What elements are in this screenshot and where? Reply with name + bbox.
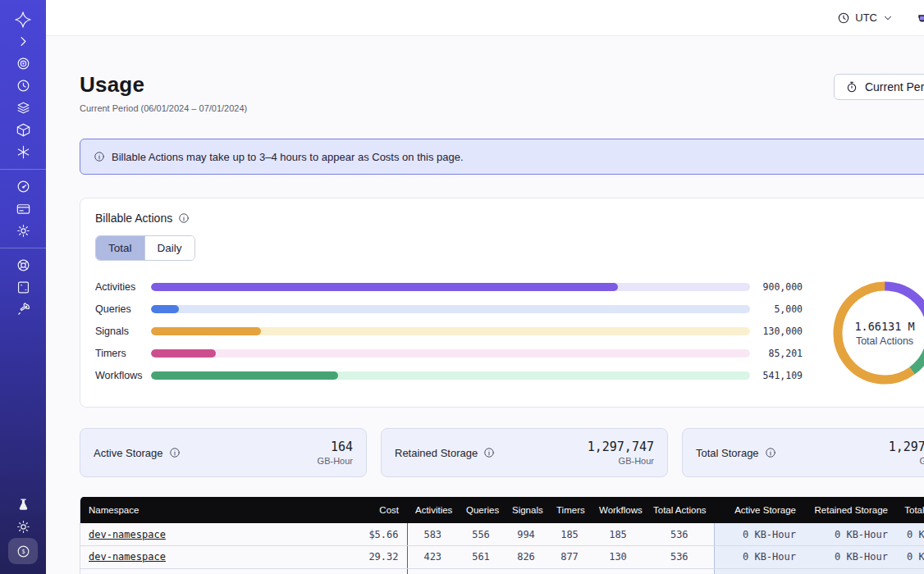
storage-card-value: 1,297,747 — [588, 440, 654, 454]
deployments-icon[interactable] — [9, 119, 37, 141]
info-banner-text: Billable Actions may take up to 3–4 hour… — [112, 151, 464, 163]
theme-sun-icon[interactable] — [9, 516, 37, 538]
settings-gear-icon[interactable] — [9, 220, 37, 242]
storage-card-label: Active Storage — [94, 447, 181, 459]
col-queries: Queries — [458, 497, 504, 523]
bar-fill — [151, 371, 338, 380]
bar-label: Workflows — [95, 370, 151, 381]
col-namespace: Namespace — [80, 497, 325, 523]
info-icon[interactable] — [483, 447, 495, 458]
total-actions-label: Total Actions — [856, 335, 913, 347]
schedules-icon[interactable] — [9, 75, 37, 97]
bar-fill — [151, 327, 261, 335]
cell-workflows: 130 — [591, 546, 645, 569]
bar-track — [151, 349, 750, 358]
temporal-logo-icon[interactable] — [9, 8, 37, 30]
credits-coin-icon[interactable]: $ — [8, 538, 38, 564]
cell-activities: 423 — [407, 546, 458, 569]
main-column: UTC Usage Current Period (06/01/2024 – 0… — [46, 0, 924, 574]
cell-active-storage: 0 KB-Hour — [714, 546, 804, 569]
col-cost: Cost — [325, 497, 407, 523]
table-row: dev-namespace $3.35 492 536 883 816 600 … — [80, 568, 924, 574]
cell-cost: 29.32 — [325, 546, 407, 569]
col-retained-storage: Retained Storage — [804, 497, 896, 523]
bar-label: Signals — [95, 326, 151, 337]
timezone-selector[interactable]: UTC — [830, 7, 900, 29]
cell-workflows: 185 — [591, 523, 645, 546]
cell-signals: 994 — [504, 523, 548, 546]
timezone-label: UTC — [855, 11, 877, 24]
storage-card-label-text: Total Storage — [696, 447, 759, 459]
cell-activities: 492 — [407, 568, 458, 574]
cell-total-storage: 0 KB-Hour — [896, 568, 924, 574]
tab-total[interactable]: Total — [96, 236, 144, 260]
cell-total-storage: 0 KB-Hour — [896, 546, 924, 569]
cell-activities: 583 — [407, 523, 458, 546]
getting-started-rocket-icon[interactable] — [9, 298, 37, 321]
bar-value: 541,109 — [750, 370, 803, 381]
bar-fill — [151, 349, 216, 358]
title-block: Usage Current Period (06/01/2024 – 07/01… — [80, 72, 247, 113]
table-row: dev-namespace $5.66 583 556 994 185 185 … — [80, 523, 924, 546]
cell-signals: 826 — [504, 546, 548, 569]
col-workflows: Workflows — [591, 497, 645, 523]
storage-card-value-block: 1,297,747 GB-Hour — [588, 440, 654, 466]
page-subtitle: Current Period (06/01/2024 – 07/01/2024) — [80, 103, 247, 113]
period-selector-button[interactable]: Current Period — [834, 74, 924, 100]
cell-cost: $3.35 — [325, 568, 407, 574]
topbar: UTC — [46, 0, 924, 36]
storage-card-unit: GB-Hour — [588, 456, 654, 466]
bar-fill — [151, 283, 618, 291]
nexus-icon[interactable] — [9, 141, 37, 163]
bar-row-activities: Activities 900,000 — [95, 276, 803, 298]
tab-daily[interactable]: Daily — [144, 236, 194, 260]
billing-icon[interactable] — [9, 198, 37, 220]
total-storage-card: Total Storage 1,297,910 GB-Hour — [682, 428, 924, 477]
usage-icon[interactable] — [9, 175, 37, 198]
col-active-storage: Active Storage — [714, 497, 804, 523]
storage-card-value-block: 164 GB-Hour — [318, 440, 353, 466]
bar-row-queries: Queries 5,000 — [95, 298, 803, 320]
task-queues-icon[interactable] — [9, 97, 37, 119]
bar-track — [151, 305, 750, 313]
support-lifebuoy-icon[interactable] — [9, 254, 37, 276]
storage-card-label: Total Storage — [696, 447, 776, 459]
clock-icon — [837, 11, 850, 25]
expand-sidebar-icon[interactable] — [9, 30, 37, 52]
table-row: dev-namespace 29.32 423 561 826 877 130 … — [80, 546, 924, 569]
cell-retained-storage: 0 KB-Hour — [804, 546, 896, 569]
info-icon[interactable] — [169, 447, 181, 458]
namespace-link[interactable]: dev-namespace — [89, 551, 166, 563]
storage-card-unit: GB-Hour — [889, 456, 924, 466]
cell-total-actions: 536 — [645, 546, 714, 569]
bar-track — [151, 283, 750, 291]
cell-timers: 877 — [548, 546, 591, 569]
col-signals: Signals — [504, 497, 548, 523]
cell-retained-storage: 0 KB-Hour — [804, 523, 896, 546]
docs-icon[interactable] — [9, 276, 37, 298]
bar-label: Timers — [95, 348, 151, 359]
chevron-down-icon — [882, 12, 894, 24]
bar-value: 130,000 — [750, 326, 803, 337]
namespace-link[interactable]: dev-namespace — [89, 529, 166, 540]
bar-row-timers: Timers 85,201 — [95, 342, 803, 364]
labs-flask-icon[interactable] — [9, 494, 37, 516]
info-icon[interactable] — [765, 447, 776, 458]
info-icon[interactable] — [178, 212, 190, 224]
storage-card-label-text: Retained Storage — [395, 447, 478, 459]
total-actions-donut: 1.66131 M Total Actions — [816, 276, 924, 390]
usage-page: Usage Current Period (06/01/2024 – 07/01… — [46, 36, 924, 574]
sidebar-divider — [0, 248, 46, 248]
bar-value: 900,000 — [750, 281, 803, 293]
svg-text:$: $ — [21, 548, 25, 555]
cell-cost: $5.66 — [325, 523, 407, 546]
namespaces-icon[interactable] — [9, 52, 37, 75]
3d-glasses-icon[interactable] — [915, 7, 924, 29]
info-icon — [94, 151, 105, 162]
storage-card-value-block: 1,297,910 GB-Hour — [889, 440, 924, 466]
bar-row-signals: Signals 130,000 — [95, 320, 803, 342]
cell-queries: 561 — [458, 546, 504, 569]
col-total-storage: Total Storage — [896, 497, 924, 523]
cell-active-storage: 0 KB-Hour — [714, 523, 804, 546]
billable-bar-chart: Activities 900,000 Queries 5,000 Signals… — [95, 276, 816, 390]
